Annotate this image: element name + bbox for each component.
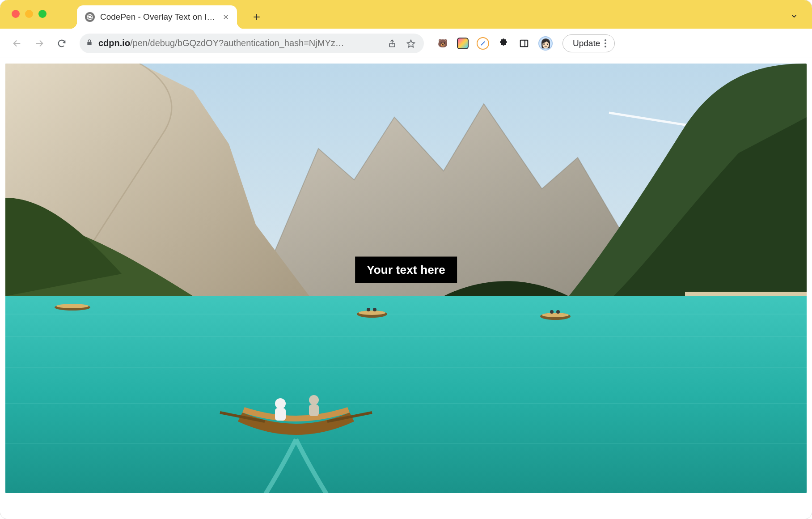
bear-extension-icon[interactable]: 🐻 bbox=[436, 37, 449, 50]
lock-icon bbox=[86, 39, 93, 48]
profile-avatar[interactable]: 👩🏻 bbox=[538, 36, 553, 51]
bookmark-button[interactable] bbox=[404, 39, 418, 48]
svg-point-29 bbox=[556, 310, 560, 314]
svg-line-8 bbox=[481, 41, 485, 45]
share-button[interactable] bbox=[385, 39, 399, 48]
svg-marker-7 bbox=[407, 40, 415, 47]
hero-image: Your text here bbox=[5, 64, 807, 493]
svg-rect-9 bbox=[520, 40, 528, 47]
update-button[interactable]: Update bbox=[562, 34, 615, 52]
colorpicker-extension-icon[interactable] bbox=[457, 38, 469, 49]
page-viewport: Your text here bbox=[0, 58, 812, 519]
url-text: cdpn.io/pen/debug/bGQzdOY?authentication… bbox=[98, 38, 380, 48]
browser-tab[interactable]: CodePen - Overlay Text on Ima bbox=[77, 5, 237, 29]
new-tab-button[interactable] bbox=[248, 8, 266, 26]
url-host: cdpn.io bbox=[98, 38, 130, 48]
svg-rect-33 bbox=[275, 408, 286, 421]
window-controls bbox=[12, 10, 47, 18]
svg-point-28 bbox=[550, 310, 554, 314]
side-panel-button[interactable] bbox=[518, 37, 530, 50]
svg-point-23 bbox=[56, 304, 89, 308]
svg-point-34 bbox=[309, 395, 319, 405]
svg-point-26 bbox=[367, 308, 370, 311]
titlebar: CodePen - Overlay Text on Ima bbox=[0, 0, 812, 29]
back-button[interactable] bbox=[8, 34, 26, 52]
svg-rect-14 bbox=[5, 296, 807, 493]
svg-point-32 bbox=[275, 398, 286, 409]
window-minimize[interactable] bbox=[25, 10, 33, 18]
kebab-menu-icon bbox=[605, 39, 606, 47]
reload-button[interactable] bbox=[53, 34, 71, 52]
extensions-button[interactable] bbox=[497, 37, 510, 50]
address-bar[interactable]: cdpn.io/pen/debug/bGQzdOY?authentication… bbox=[80, 34, 424, 53]
overlay-text-box: Your text here bbox=[355, 256, 457, 283]
url-path: /pen/debug/bGQzdOY?authentication_hash=N… bbox=[130, 38, 344, 48]
tabs-dropdown-button[interactable] bbox=[788, 10, 800, 22]
extension-icons: 🐻 👩🏻 bbox=[436, 36, 553, 51]
toolbar: cdpn.io/pen/debug/bGQzdOY?authentication… bbox=[0, 29, 812, 58]
svg-rect-35 bbox=[309, 404, 319, 416]
window-maximize[interactable] bbox=[38, 10, 47, 18]
tab-title: CodePen - Overlay Text on Ima bbox=[100, 12, 216, 22]
window-close[interactable] bbox=[12, 10, 20, 18]
tab-close-button[interactable] bbox=[222, 13, 230, 21]
svg-point-25 bbox=[542, 313, 569, 317]
svg-point-24 bbox=[359, 311, 385, 315]
globe-icon bbox=[85, 12, 95, 22]
svg-point-27 bbox=[373, 308, 376, 311]
overlay-text: Your text here bbox=[367, 263, 445, 276]
forward-button[interactable] bbox=[30, 34, 48, 52]
update-label: Update bbox=[573, 38, 600, 48]
compass-extension-icon[interactable] bbox=[477, 37, 489, 50]
